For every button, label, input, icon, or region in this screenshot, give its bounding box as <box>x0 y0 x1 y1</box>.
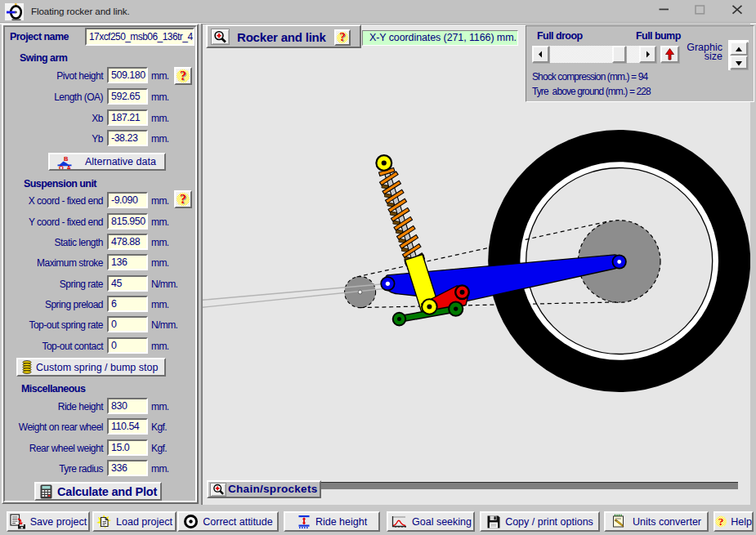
svg-text:?: ? <box>718 515 724 528</box>
